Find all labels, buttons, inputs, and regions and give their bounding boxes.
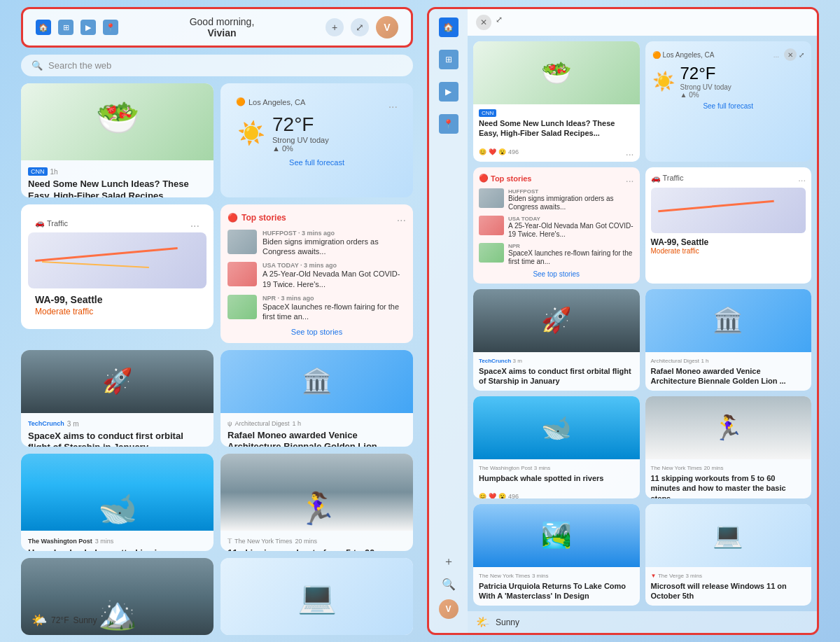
- right-spacex-source: TechCrunch 3 m: [479, 357, 634, 364]
- right-story-text-0: HUFFPOST Biden signs immigration orders …: [508, 188, 634, 211]
- top-stories-menu[interactable]: ...: [397, 211, 406, 224]
- right-cnn-footer: 😊❤️😮 496 ...: [473, 144, 640, 162]
- right-top-bar: ✕ ⤢: [468, 9, 817, 36]
- search-bar[interactable]: 🔍 Search the web: [21, 55, 413, 76]
- right-traffic-menu[interactable]: ...: [798, 173, 806, 183]
- spacex-source: TechCrunch 3 m: [28, 420, 206, 428]
- right-whale-reactions: 😊❤️😮 496: [479, 493, 519, 498]
- whale-image: [21, 454, 214, 531]
- greeting: Good morning, Vivian: [190, 16, 255, 39]
- jump-body: 𝕋 The New York Times 20 mins 11 skipping…: [220, 531, 413, 551]
- right-whale-title[interactable]: Humpback whale spotted in rivers: [479, 473, 634, 483]
- weather-uv: ▲ 0%: [272, 144, 329, 153]
- grid-icon[interactable]: ⊞: [58, 20, 74, 35]
- right-windows-body: ▼ The Verge 3 mins Microsoft will releas…: [645, 567, 812, 606]
- traffic-menu[interactable]: ...: [190, 217, 200, 230]
- right-cnn-title[interactable]: Need Some New Lunch Ideas? These Easy, H…: [479, 118, 634, 139]
- see-top-stories-link[interactable]: See top stories: [227, 328, 406, 336]
- add-button[interactable]: +: [326, 18, 344, 36]
- story-item-1: USA TODAY · 3 mins ago A 25-Year-Old Nev…: [227, 262, 406, 289]
- right-spacex-card: 🚀 TechCrunch 3 m SpaceX aims to conduct …: [473, 289, 640, 391]
- right-weather-menu[interactable]: ...: [774, 51, 779, 59]
- right-weather-more[interactable]: See full forecast: [652, 102, 805, 110]
- cnn-title[interactable]: Need Some New Lunch Ideas? These Easy, H…: [28, 179, 206, 197]
- right-story-text-1: USA TODAY A 25-Year-Old Nevada Man Got C…: [508, 216, 634, 239]
- right-traffic-card: 🚗Traffic ... WA-99, Seattle Moderate tra…: [645, 167, 812, 284]
- right-ts-menu[interactable]: ...: [626, 173, 634, 184]
- right-windows-card: 💻 ▼ The Verge 3 mins Microsoft will rele…: [645, 504, 812, 606]
- right-cnn-reactions: 😊❤️😮 496: [479, 148, 519, 155]
- home-icon[interactable]: 🏠: [36, 20, 51, 35]
- right-spacex-image: 🚀: [473, 289, 640, 352]
- story-img-npr: [227, 295, 257, 319]
- right-see-more[interactable]: See top stories: [479, 270, 634, 278]
- right-arch-body: Architectural Digest 1 h Rafael Moneo aw…: [645, 352, 812, 391]
- right-windows-title[interactable]: Microsoft will release Windows 11 on Oct…: [651, 581, 806, 601]
- right-traffic-header: 🚗Traffic ...: [651, 173, 806, 183]
- weather-header: 🟠Los Angeles, CA ...: [229, 92, 405, 113]
- right-avatar[interactable]: V: [439, 599, 458, 619]
- weather-desc: Strong UV today: [272, 136, 329, 144]
- weather-card: 🟠Los Angeles, CA ... ☀️ 72°F Strong UV t…: [220, 83, 413, 197]
- spacex-image: 🚀: [21, 350, 214, 413]
- right-weather-temp: 72°F: [680, 64, 732, 83]
- right-cnn-menu[interactable]: ...: [626, 146, 634, 158]
- right-home-icon[interactable]: 🏠: [439, 18, 458, 37]
- right-lake-title[interactable]: Patricia Urquiola Returns To Lake Como W…: [479, 581, 634, 601]
- close-button[interactable]: ✕: [476, 15, 491, 30]
- right-lake-body: The New York Times 3 mins Patricia Urqui…: [473, 567, 640, 606]
- jump-title[interactable]: 11 skipping workouts from 5 to 60 minute…: [227, 547, 406, 551]
- weather-temp: 72°F: [272, 113, 329, 136]
- right-sun-icon: ☀️: [652, 71, 675, 92]
- right-panel-inner: 🏠 ⊞ ▶ 📍 ＋ 🔍 V ✕ ⤢: [429, 9, 817, 633]
- sidebar-plus-icon[interactable]: ＋: [443, 554, 454, 569]
- right-weather-expand[interactable]: ⤢: [799, 51, 804, 59]
- avatar[interactable]: V: [376, 16, 398, 39]
- right-panel: 🏠 ⊞ ▶ 📍 ＋ 🔍 V ✕ ⤢: [427, 7, 819, 635]
- right-ts-label: 🔴 Top stories: [479, 174, 531, 183]
- weather-menu[interactable]: ...: [388, 98, 398, 111]
- traffic-wrapper: 🚗Traffic ... WA-99, Seattle Moderate tra…: [21, 204, 214, 343]
- right-jump-title[interactable]: 11 skipping workouts from 5 to 60 minute…: [651, 473, 806, 498]
- right-weather-close[interactable]: ✕: [784, 48, 797, 61]
- traffic-title: WA-99, Seattle: [35, 294, 200, 305]
- expand-button[interactable]: ⤢: [351, 18, 369, 36]
- right-weather-location: 🟠Los Angeles, CA ... ✕ ⤢: [652, 48, 805, 61]
- windows-card-left: [220, 558, 413, 635]
- jump-source: 𝕋 The New York Times 20 mins: [227, 538, 406, 545]
- right-traffic-map: [651, 188, 806, 233]
- story-img-huffpost: [227, 230, 257, 254]
- sidebar-search-icon[interactable]: 🔍: [442, 578, 456, 591]
- arch-body: ψ Architectural Digest 1 h Rafael Moneo …: [220, 413, 413, 447]
- arch-source: ψ Architectural Digest 1 h: [227, 420, 406, 427]
- right-story-2: NPR SpaceX launches re-flown fairing for…: [479, 243, 634, 266]
- whale-title[interactable]: Humpback whale spotted in rivers: [28, 547, 206, 551]
- right-grid-icon[interactable]: ⊞: [439, 50, 458, 69]
- maximize-button[interactable]: ⤢: [496, 15, 503, 30]
- right-video-icon[interactable]: ▶: [439, 82, 458, 102]
- spacex-title[interactable]: SpaceX aims to conduct first orbital fli…: [28, 431, 206, 447]
- whale-card: The Washington Post 3 mins Humpback whal…: [21, 454, 214, 551]
- content-grid: CNN 1h Need Some New Lunch Ideas? These …: [21, 83, 413, 635]
- right-weather-info: 72°F Strong UV today ▲ 0%: [680, 64, 732, 99]
- right-arch-title[interactable]: Rafael Moneo awarded Venice Architecture…: [651, 366, 806, 386]
- right-weather-temp-row: ☀️ 72°F Strong UV today ▲ 0%: [652, 64, 805, 99]
- arch-title[interactable]: Rafael Moneo awarded Venice Architecture…: [227, 430, 406, 447]
- right-spacex-title[interactable]: SpaceX aims to conduct first orbital fli…: [479, 366, 634, 386]
- weather-location: 🟠Los Angeles, CA: [236, 97, 305, 106]
- traffic-card: 🚗Traffic ... WA-99, Seattle Moderate tra…: [21, 204, 214, 329]
- right-whale-image: 🐋: [473, 396, 640, 459]
- bottom-status: 🌤️ 72°F Sunny: [31, 609, 97, 631]
- video-icon[interactable]: ▶: [80, 20, 96, 35]
- spacex-body: TechCrunch 3 m SpaceX aims to conduct fi…: [21, 413, 214, 447]
- right-lake-image: 🏞️: [473, 504, 640, 567]
- right-whale-menu[interactable]: ...: [626, 491, 634, 498]
- story-item-2: NPR · 3 mins ago SpaceX launches re-flow…: [227, 295, 406, 322]
- right-salad-image: 🥗: [473, 41, 640, 104]
- right-jump-source: The New York Times 20 mins: [651, 464, 806, 471]
- right-arch-image: 🏛️: [645, 289, 812, 352]
- location-icon[interactable]: 📍: [103, 20, 118, 35]
- weather-more-link[interactable]: See full forecast: [237, 158, 396, 167]
- left-panel: 🏠 ⊞ ▶ 📍 Good morning, Vivian + ⤢ V 🔍 Sea…: [21, 7, 413, 635]
- right-location-icon[interactable]: 📍: [439, 114, 458, 134]
